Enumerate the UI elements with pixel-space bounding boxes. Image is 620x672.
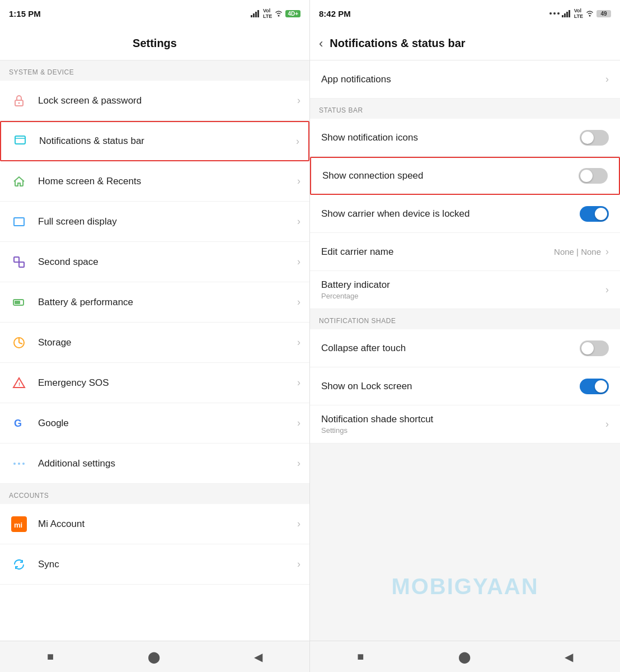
second-space-label: Second space: [38, 256, 297, 268]
emergency-icon: !: [9, 373, 29, 393]
right-time: 8:42 PM: [319, 9, 351, 18]
menu-item-battery[interactable]: Battery & performance ›: [0, 282, 309, 323]
svg-rect-7: [15, 136, 25, 144]
google-icon: G: [9, 413, 29, 433]
mi-account-chevron: ›: [297, 518, 300, 530]
show-notification-icons-item[interactable]: Show notification icons: [310, 119, 620, 157]
app-notifications-item[interactable]: App notifications ›: [310, 60, 620, 99]
battery-left: 4D+: [285, 10, 300, 17]
left-home-btn[interactable]: ⬤: [148, 650, 160, 664]
battery-indicator-sublabel: Percentage: [321, 292, 390, 300]
svg-rect-12: [15, 301, 20, 304]
svg-rect-8: [14, 218, 24, 226]
show-connection-speed-toggle[interactable]: [579, 168, 608, 184]
back-button[interactable]: ‹: [319, 36, 323, 51]
svg-point-21: [549, 12, 552, 15]
svg-text:!: !: [18, 381, 20, 387]
right-status-bar: 8:42 PM VolLTE 49: [310, 0, 620, 27]
battery-chevron: ›: [297, 296, 300, 308]
wifi-icon-left: [274, 10, 283, 17]
svg-rect-27: [569, 10, 570, 17]
menu-item-fullscreen[interactable]: Full screen display ›: [0, 202, 309, 242]
additional-label: Additional settings: [38, 458, 297, 469]
fullscreen-label: Full screen display: [38, 216, 297, 227]
collapse-after-touch-toggle[interactable]: [580, 340, 609, 356]
svg-point-17: [18, 463, 20, 465]
show-on-lock-screen-item[interactable]: Show on Lock screen: [310, 367, 620, 405]
menu-item-emergency[interactable]: ! Emergency SOS ›: [0, 363, 309, 403]
settings-title-bar: Settings: [0, 27, 309, 60]
right-stop-btn[interactable]: ■: [357, 650, 364, 663]
storage-icon: [9, 333, 29, 353]
battery-indicator-chevron: ›: [605, 284, 609, 296]
svg-rect-2: [255, 12, 257, 17]
menu-item-storage[interactable]: Storage ›: [0, 323, 309, 363]
storage-chevron: ›: [297, 337, 300, 348]
notification-shade-shortcut-item[interactable]: Notification shade shortcut Settings ›: [310, 405, 620, 444]
svg-point-22: [553, 12, 556, 15]
menu-item-google[interactable]: G Google ›: [0, 403, 309, 444]
menu-item-lock-screen[interactable]: Lock screen & password ›: [0, 81, 309, 121]
right-spacer: [310, 444, 620, 641]
svg-point-4: [278, 15, 280, 17]
svg-rect-1: [253, 13, 255, 17]
emergency-chevron: ›: [297, 377, 300, 389]
sync-icon: [9, 554, 29, 575]
battery-indicator-item[interactable]: Battery indicator Percentage ›: [310, 271, 620, 309]
show-carrier-locked-toggle[interactable]: [580, 206, 609, 222]
lock-screen-label: Lock screen & password: [38, 95, 297, 106]
notification-shade-shortcut-label: Notification shade shortcut: [321, 414, 433, 425]
second-space-chevron: ›: [297, 256, 300, 268]
left-back-btn[interactable]: ◀: [254, 650, 262, 664]
right-panel: MOBIGYAAN 8:42 PM VolLTE: [310, 0, 620, 672]
home-icon: [9, 171, 29, 192]
settings-title: Settings: [133, 37, 177, 50]
show-connection-speed-label: Show connection speed: [322, 170, 424, 181]
edit-carrier-name-item[interactable]: Edit carrier name None | None ›: [310, 233, 620, 271]
fullscreen-icon: [9, 212, 29, 232]
toggle-knob-2: [580, 170, 593, 182]
lock-screen-chevron: ›: [297, 95, 300, 106]
left-status-bar: 1:15 PM VolLTE 4D+: [0, 0, 309, 27]
storage-label: Storage: [38, 337, 297, 348]
edit-carrier-chevron: ›: [605, 246, 609, 258]
svg-rect-24: [562, 15, 563, 17]
svg-point-16: [13, 463, 16, 465]
svg-text:G: G: [14, 418, 22, 429]
show-notification-icons-label: Show notification icons: [321, 132, 418, 143]
additional-icon: [9, 454, 29, 474]
more-icon-right: [549, 10, 560, 17]
collapse-after-touch-item[interactable]: Collapse after touch: [310, 329, 620, 367]
edit-carrier-value: None | None: [554, 247, 601, 256]
svg-rect-9: [14, 257, 19, 262]
svg-text:mi: mi: [14, 521, 22, 529]
mi-account-label: Mi Account: [38, 519, 297, 530]
right-back-btn[interactable]: ◀: [565, 650, 573, 664]
menu-item-second-space[interactable]: Second space ›: [0, 242, 309, 282]
notification-icon: [10, 131, 30, 151]
svg-rect-25: [564, 13, 566, 17]
status-bar-section-header: STATUS BAR: [310, 99, 620, 119]
menu-item-additional[interactable]: Additional settings ›: [0, 444, 309, 484]
show-notification-icons-toggle[interactable]: [580, 130, 609, 146]
menu-item-home[interactable]: Home screen & Recents ›: [0, 161, 309, 202]
app-notifications-right: ›: [605, 73, 609, 85]
sync-label: Sync: [38, 559, 297, 570]
menu-item-sync[interactable]: Sync ›: [0, 544, 309, 585]
menu-item-notifications[interactable]: Notifications & status bar ›: [0, 121, 309, 161]
left-stop-btn[interactable]: ■: [47, 650, 54, 663]
notification-shade-shortcut-sublabel: Settings: [321, 426, 433, 435]
lock-icon: [9, 91, 29, 111]
svg-point-23: [557, 12, 560, 15]
show-connection-speed-item[interactable]: Show connection speed: [310, 157, 620, 195]
collapse-after-touch-label: Collapse after touch: [321, 343, 406, 354]
show-carrier-locked-item[interactable]: Show carrier when device is locked: [310, 195, 620, 233]
signal-icon: [251, 10, 261, 17]
notifications-chevron: ›: [296, 136, 299, 147]
toggle-knob: [581, 132, 594, 144]
show-on-lock-screen-toggle[interactable]: [580, 379, 609, 394]
app-notifications-label: App notifications: [321, 74, 391, 85]
right-home-btn[interactable]: ⬤: [458, 650, 471, 664]
battery-icon: [9, 292, 29, 312]
menu-item-mi-account[interactable]: mi Mi Account ›: [0, 504, 309, 544]
